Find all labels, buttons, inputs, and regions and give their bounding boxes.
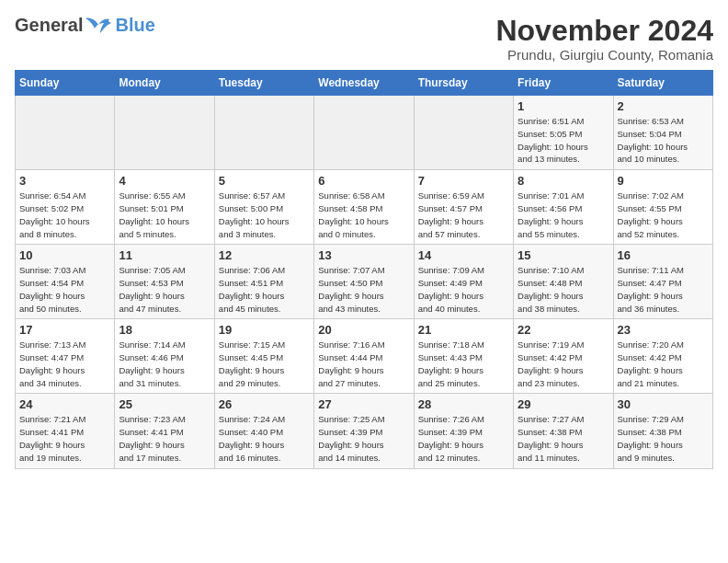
page-header: General Blue November 2024 Prundu, Giurg… [15, 15, 713, 63]
title-section: November 2024 Prundu, Giurgiu County, Ro… [495, 15, 713, 63]
day-info: Sunrise: 7:15 AM Sunset: 4:45 PM Dayligh… [219, 339, 310, 389]
day-number: 5 [219, 174, 310, 188]
day-number: 28 [418, 397, 509, 411]
day-number: 13 [318, 248, 409, 262]
calendar-cell: 30Sunrise: 7:29 AM Sunset: 4:38 PM Dayli… [613, 394, 712, 468]
day-info: Sunrise: 7:11 AM Sunset: 4:47 PM Dayligh… [618, 264, 709, 315]
calendar-cell: 10Sunrise: 7:03 AM Sunset: 4:54 PM Dayli… [16, 245, 115, 319]
calendar-cell [414, 96, 513, 170]
day-info: Sunrise: 7:20 AM Sunset: 4:42 PM Dayligh… [618, 339, 709, 389]
calendar-week-row: 3Sunrise: 6:54 AM Sunset: 5:02 PM Daylig… [16, 170, 713, 245]
location-text: Prundu, Giurgiu County, Romania [495, 47, 713, 63]
day-number: 4 [119, 174, 210, 188]
calendar-cell: 17Sunrise: 7:13 AM Sunset: 4:47 PM Dayli… [16, 319, 115, 394]
day-number: 11 [119, 248, 210, 262]
day-number: 23 [618, 323, 709, 337]
month-title: November 2024 [495, 15, 713, 47]
day-info: Sunrise: 7:29 AM Sunset: 4:38 PM Dayligh… [618, 413, 709, 464]
weekday-header-saturday: Saturday [613, 71, 712, 96]
day-info: Sunrise: 7:01 AM Sunset: 4:56 PM Dayligh… [518, 190, 609, 240]
calendar-cell: 27Sunrise: 7:25 AM Sunset: 4:39 PM Dayli… [314, 394, 414, 468]
day-number: 16 [618, 248, 709, 262]
calendar-cell: 8Sunrise: 7:01 AM Sunset: 4:56 PM Daylig… [514, 170, 613, 245]
day-info: Sunrise: 6:58 AM Sunset: 4:58 PM Dayligh… [318, 190, 409, 240]
calendar-cell: 13Sunrise: 7:07 AM Sunset: 4:50 PM Dayli… [314, 245, 414, 319]
day-info: Sunrise: 7:24 AM Sunset: 4:40 PM Dayligh… [219, 413, 310, 464]
day-info: Sunrise: 6:59 AM Sunset: 4:57 PM Dayligh… [418, 190, 509, 240]
day-info: Sunrise: 7:26 AM Sunset: 4:39 PM Dayligh… [418, 413, 509, 464]
day-number: 20 [318, 323, 409, 337]
day-number: 30 [618, 397, 709, 411]
day-info: Sunrise: 7:06 AM Sunset: 4:51 PM Dayligh… [219, 264, 310, 315]
calendar-cell: 5Sunrise: 6:57 AM Sunset: 5:00 PM Daylig… [214, 170, 313, 245]
calendar-cell: 20Sunrise: 7:16 AM Sunset: 4:44 PM Dayli… [314, 319, 414, 394]
day-number: 27 [318, 397, 409, 411]
calendar-cell: 9Sunrise: 7:02 AM Sunset: 4:55 PM Daylig… [613, 170, 712, 245]
calendar-cell: 7Sunrise: 6:59 AM Sunset: 4:57 PM Daylig… [414, 170, 513, 245]
logo: General Blue [15, 15, 155, 36]
calendar-cell [16, 96, 115, 170]
day-number: 25 [119, 397, 210, 411]
day-info: Sunrise: 7:21 AM Sunset: 4:41 PM Dayligh… [19, 413, 110, 464]
logo-blue-text: Blue [115, 15, 154, 36]
day-info: Sunrise: 7:07 AM Sunset: 4:50 PM Dayligh… [318, 264, 409, 315]
day-number: 2 [618, 99, 709, 113]
day-info: Sunrise: 7:03 AM Sunset: 4:54 PM Dayligh… [19, 264, 110, 315]
day-info: Sunrise: 7:18 AM Sunset: 4:43 PM Dayligh… [418, 339, 509, 389]
day-number: 12 [219, 248, 310, 262]
calendar-table: SundayMondayTuesdayWednesdayThursdayFrid… [15, 70, 713, 468]
day-info: Sunrise: 6:57 AM Sunset: 5:00 PM Dayligh… [219, 190, 310, 240]
day-info: Sunrise: 7:02 AM Sunset: 4:55 PM Dayligh… [618, 190, 709, 240]
calendar-cell: 26Sunrise: 7:24 AM Sunset: 4:40 PM Dayli… [214, 394, 313, 468]
logo-general-text: General [15, 15, 83, 36]
logo-bird-icon [84, 16, 113, 36]
weekday-header-tuesday: Tuesday [214, 71, 313, 96]
calendar-cell: 14Sunrise: 7:09 AM Sunset: 4:49 PM Dayli… [414, 245, 513, 319]
day-info: Sunrise: 7:05 AM Sunset: 4:53 PM Dayligh… [119, 264, 210, 315]
calendar-cell: 11Sunrise: 7:05 AM Sunset: 4:53 PM Dayli… [115, 245, 214, 319]
day-number: 14 [418, 248, 509, 262]
calendar-cell: 6Sunrise: 6:58 AM Sunset: 4:58 PM Daylig… [314, 170, 414, 245]
day-number: 22 [518, 323, 609, 337]
weekday-header-monday: Monday [115, 71, 214, 96]
calendar-cell: 19Sunrise: 7:15 AM Sunset: 4:45 PM Dayli… [214, 319, 313, 394]
day-info: Sunrise: 7:19 AM Sunset: 4:42 PM Dayligh… [518, 339, 609, 389]
day-info: Sunrise: 7:14 AM Sunset: 4:46 PM Dayligh… [119, 339, 210, 389]
day-number: 21 [418, 323, 509, 337]
day-info: Sunrise: 6:54 AM Sunset: 5:02 PM Dayligh… [19, 190, 110, 240]
day-info: Sunrise: 7:10 AM Sunset: 4:48 PM Dayligh… [518, 264, 609, 315]
calendar-cell: 29Sunrise: 7:27 AM Sunset: 4:38 PM Dayli… [514, 394, 613, 468]
day-info: Sunrise: 7:16 AM Sunset: 4:44 PM Dayligh… [318, 339, 409, 389]
calendar-week-row: 10Sunrise: 7:03 AM Sunset: 4:54 PM Dayli… [16, 245, 713, 319]
day-number: 15 [518, 248, 609, 262]
day-number: 10 [19, 248, 110, 262]
day-number: 1 [518, 99, 609, 113]
day-number: 18 [119, 323, 210, 337]
day-info: Sunrise: 6:51 AM Sunset: 5:05 PM Dayligh… [518, 115, 609, 166]
day-info: Sunrise: 7:25 AM Sunset: 4:39 PM Dayligh… [318, 413, 409, 464]
calendar-cell: 28Sunrise: 7:26 AM Sunset: 4:39 PM Dayli… [414, 394, 513, 468]
calendar-cell: 21Sunrise: 7:18 AM Sunset: 4:43 PM Dayli… [414, 319, 513, 394]
day-info: Sunrise: 6:55 AM Sunset: 5:01 PM Dayligh… [119, 190, 210, 240]
calendar-week-row: 24Sunrise: 7:21 AM Sunset: 4:41 PM Dayli… [16, 394, 713, 468]
calendar-cell: 2Sunrise: 6:53 AM Sunset: 5:04 PM Daylig… [613, 96, 712, 170]
calendar-cell [314, 96, 414, 170]
day-info: Sunrise: 7:09 AM Sunset: 4:49 PM Dayligh… [418, 264, 509, 315]
day-number: 26 [219, 397, 310, 411]
day-number: 29 [518, 397, 609, 411]
calendar-cell: 1Sunrise: 6:51 AM Sunset: 5:05 PM Daylig… [514, 96, 613, 170]
day-number: 17 [19, 323, 110, 337]
day-info: Sunrise: 7:13 AM Sunset: 4:47 PM Dayligh… [19, 339, 110, 389]
weekday-header-row: SundayMondayTuesdayWednesdayThursdayFrid… [16, 71, 713, 96]
day-info: Sunrise: 7:27 AM Sunset: 4:38 PM Dayligh… [518, 413, 609, 464]
day-number: 6 [318, 174, 409, 188]
calendar-cell: 25Sunrise: 7:23 AM Sunset: 4:41 PM Dayli… [115, 394, 214, 468]
calendar-cell: 15Sunrise: 7:10 AM Sunset: 4:48 PM Dayli… [514, 245, 613, 319]
calendar-cell [214, 96, 313, 170]
weekday-header-wednesday: Wednesday [314, 71, 414, 96]
weekday-header-thursday: Thursday [414, 71, 513, 96]
calendar-cell: 3Sunrise: 6:54 AM Sunset: 5:02 PM Daylig… [16, 170, 115, 245]
day-number: 19 [219, 323, 310, 337]
calendar-cell [115, 96, 214, 170]
calendar-cell: 12Sunrise: 7:06 AM Sunset: 4:51 PM Dayli… [214, 245, 313, 319]
